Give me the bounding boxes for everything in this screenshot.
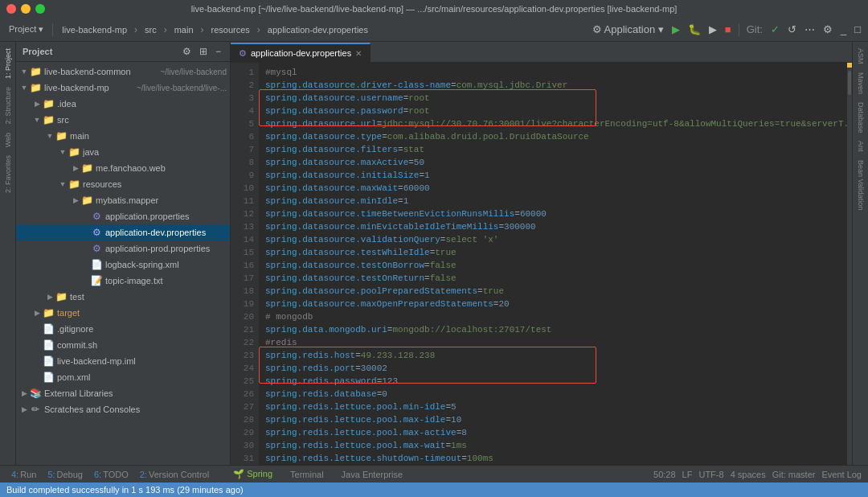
tree-item-app-props[interactable]: ⚙ application.properties (16, 208, 230, 224)
line-number: 31 (231, 452, 254, 465)
stop-button[interactable]: ■ (723, 22, 734, 37)
code-token: com.mysql.jdbc.Driver (457, 79, 568, 92)
expand-icon[interactable]: □ (852, 22, 863, 37)
bottom-tab-debug[interactable]: 5:Debug (43, 469, 88, 480)
code-token: 5 (451, 400, 457, 413)
code-token: 0 (382, 388, 387, 400)
tree-item-test[interactable]: ▶ 📁 test (16, 289, 230, 305)
tree-item-java[interactable]: ▼ 📁 java (16, 144, 230, 160)
tree-item-ext-libs[interactable]: ▶ 📚 External Libraries (16, 385, 230, 401)
git-branch[interactable]: Git: master (772, 470, 816, 479)
git-sync[interactable]: ↺ (785, 22, 799, 37)
code-token: spring.redis.password (265, 375, 377, 388)
run-config[interactable]: ⚙ Application ▾ (590, 22, 666, 37)
tree-item-target[interactable]: ▶ 📁 target (16, 305, 230, 321)
left-vtabs: 1: Project 2: Structure Web 2: Favorites (0, 42, 16, 465)
close-button[interactable] (6, 4, 16, 14)
tree-label: live-backend-common (44, 67, 157, 76)
bottom-tool-java-enterprise[interactable]: Java Enterprise (337, 469, 407, 480)
panel-settings-icon[interactable]: ⊞ (197, 45, 210, 58)
vtab-structure[interactable]: 2: Structure (2, 84, 14, 128)
folder-icon: 📁 (42, 98, 55, 109)
bottom-tool-terminal[interactable]: Terminal (285, 469, 329, 480)
minimize-icon[interactable]: _ (838, 22, 849, 37)
run-coverage[interactable]: ▶ (706, 22, 719, 37)
code-token: false (430, 259, 457, 272)
tree-item-idea[interactable]: ▶ 📁 .idea (16, 96, 230, 112)
tree-item-resources[interactable]: ▼ 📁 resources (16, 176, 230, 192)
vtab-project[interactable]: 1: Project (2, 45, 14, 82)
scratches-icon: ✏ (29, 404, 42, 415)
vtab-favorites[interactable]: 2: Favorites (2, 152, 14, 196)
tree-item-web[interactable]: ▶ 📁 me.fanchaoo.web (16, 160, 230, 176)
code-token: = (398, 143, 403, 156)
tree-item-live-backend-mp[interactable]: ▼ 📁 live-backend-mp ~/live/live-backend/… (16, 80, 230, 96)
right-panel-bean-validation[interactable]: Bean Validation (855, 157, 866, 213)
folder-icon: 📁 (68, 146, 80, 158)
code-line: spring.datasource.url=jdbc:mysql://30.70… (265, 117, 841, 130)
editor-area: ⚙ application-dev.properties ✕ 123456789… (231, 42, 852, 465)
code-token: = (355, 362, 361, 375)
tree-item-mybatis[interactable]: ▶ 📁 mybatis.mapper (16, 192, 230, 208)
scroll-indicator (847, 63, 852, 465)
breadcrumb-3[interactable]: main (170, 23, 198, 36)
tree-label: application-prod.properties (105, 244, 227, 253)
breadcrumb-5[interactable]: application-dev.properties (264, 23, 372, 36)
scroll-thumb[interactable] (848, 71, 851, 95)
code-editor[interactable]: #mysqlspring.datasource.driver-class-nam… (259, 63, 847, 465)
right-panel-database[interactable]: Database (855, 99, 866, 137)
tree-item-src[interactable]: ▼ 📁 src (16, 112, 230, 128)
vtab-web[interactable]: Web (2, 129, 14, 150)
project-dropdown[interactable]: Project ▾ (5, 23, 47, 36)
tree-label: live-backend-mp (44, 83, 133, 92)
code-line: #mysql (265, 66, 841, 79)
tab-close-button[interactable]: ✕ (355, 49, 362, 58)
tree-arrow: ▶ (71, 164, 80, 172)
breadcrumb-1[interactable]: live-backend-mp (58, 23, 131, 36)
line-number: 1 (231, 66, 254, 79)
tree-item-main[interactable]: ▼ 📁 main (16, 128, 230, 144)
debug-button[interactable]: 🐛 (686, 22, 703, 37)
tree-label: Scratches and Consoles (44, 405, 227, 414)
code-line: spring.datasource.filters=stat (265, 143, 841, 156)
bottom-tab-run[interactable]: 4:Run (6, 469, 41, 480)
tree-item-topic[interactable]: 📝 topic-image.txt (16, 273, 230, 289)
tree-item-scratches[interactable]: ▶ ✏ Scratches and Consoles (16, 401, 230, 417)
change-indicator (847, 63, 852, 68)
line-number: 5 (231, 117, 254, 130)
code-token: #redis (265, 336, 297, 349)
main-layout: 1: Project 2: Structure Web 2: Favorites… (0, 42, 868, 465)
tree-item-live-backend-common[interactable]: ▼ 📁 live-backend-common ~/live/live-back… (16, 64, 230, 80)
line-numbers: 1234567891011121314151617181920212223242… (231, 63, 259, 465)
tree-item-app-dev-props[interactable]: ⚙ application-dev.properties (16, 224, 230, 240)
right-panel-maven[interactable]: Maven (855, 69, 866, 97)
tree-item-iml[interactable]: 📄 live-backend-mp.iml (16, 353, 230, 369)
tree-item-pom[interactable]: 📄 pom.xml (16, 369, 230, 385)
git-more[interactable]: ⋯ (802, 22, 817, 37)
bottom-tool-spring[interactable]: 🌱 Spring (228, 468, 277, 480)
right-panel-asm[interactable]: ASM (855, 45, 866, 68)
tree-item-gitignore[interactable]: 📄 .gitignore (16, 321, 230, 337)
code-line: spring.redis.database=0 (265, 388, 841, 400)
event-log[interactable]: Event Log (821, 470, 862, 479)
right-panel-ant[interactable]: Ant (855, 138, 866, 155)
tree-item-logback[interactable]: 📄 logback-spring.xml (16, 257, 230, 273)
editor-tab-active[interactable]: ⚙ application-dev.properties ✕ (231, 43, 371, 62)
bottom-tab-todo[interactable]: 6:TODO (89, 469, 133, 480)
run-button[interactable]: ▶ (669, 22, 682, 37)
code-token: spring.redis.lettuce.pool.max-wait (265, 439, 445, 452)
minimize-button[interactable] (21, 4, 31, 14)
panel-close-icon[interactable]: − (213, 45, 223, 58)
breadcrumb-4[interactable]: resources (207, 23, 254, 36)
code-line: spring.redis.lettuce.pool.max-idle=10 (265, 413, 841, 426)
tree-item-commit[interactable]: 📄 commit.sh (16, 337, 230, 353)
tree-item-app-prod-props[interactable]: ⚙ application-prod.properties (16, 240, 230, 257)
settings-icon[interactable]: ⚙ (821, 22, 835, 37)
gear-icon[interactable]: ⚙ (180, 45, 194, 58)
code-token: mongodb://localhost:27017/test (392, 323, 551, 336)
breadcrumb-2[interactable]: src (141, 23, 161, 36)
maximize-button[interactable] (35, 4, 45, 14)
code-token: = (403, 92, 409, 105)
git-check[interactable]: ✓ (768, 22, 782, 37)
bottom-tab-version-control[interactable]: 2:Version Control (135, 469, 214, 480)
